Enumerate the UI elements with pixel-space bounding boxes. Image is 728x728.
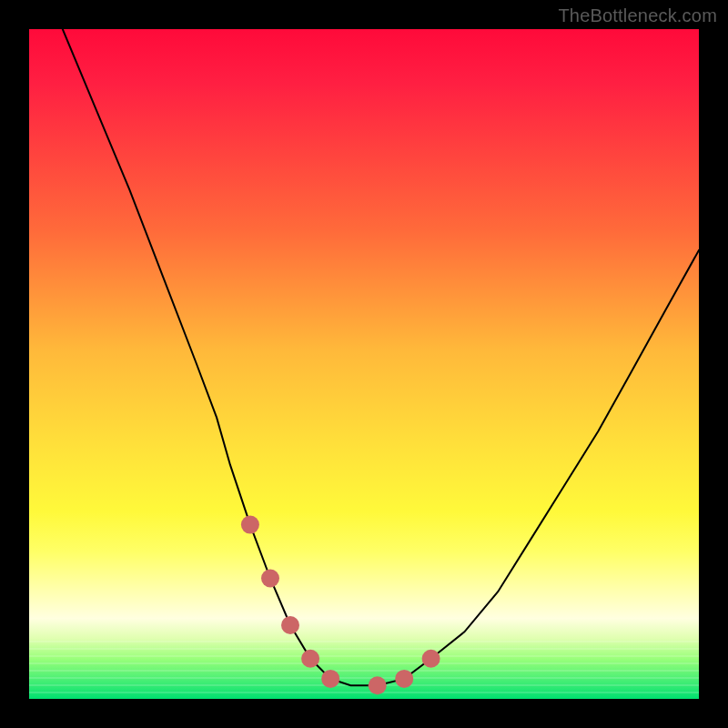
chart-frame: TheBottleneck.com: [0, 0, 728, 728]
fit-marker-dot: [321, 670, 339, 688]
watermark-text: TheBottleneck.com: [558, 5, 717, 26]
fit-marker-right: [369, 650, 440, 695]
fit-marker-dot: [261, 570, 279, 588]
fit-marker-dot: [241, 516, 259, 534]
fit-marker-dot: [369, 676, 387, 694]
fit-marker-dot: [301, 650, 319, 668]
chart-plot-area: [29, 29, 699, 699]
bottleneck-curve-line: [63, 29, 699, 685]
fit-marker-dot: [422, 650, 440, 668]
fit-marker-dot: [395, 670, 413, 688]
fit-marker-dot: [281, 616, 299, 634]
chart-svg: [29, 29, 699, 699]
